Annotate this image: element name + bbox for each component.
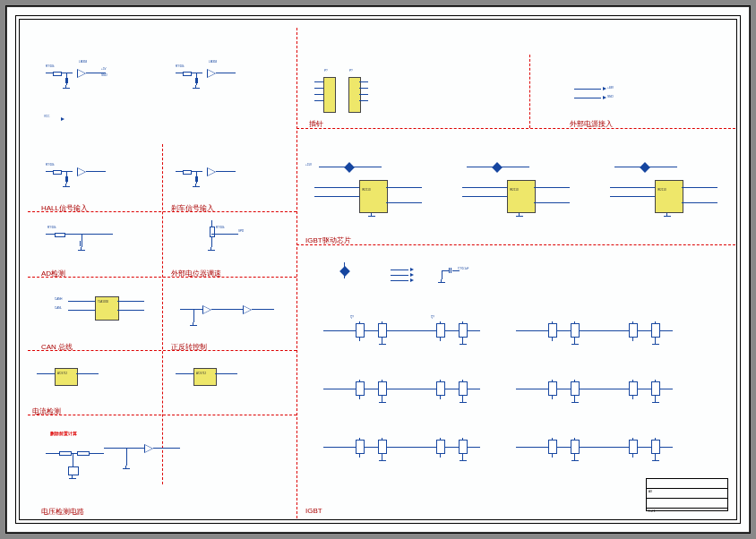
- label-can: CAN 总线: [41, 342, 73, 352]
- igbt-pair-1: Q? Q?: [323, 314, 480, 350]
- divider-h-top: [296, 128, 735, 129]
- label-curr: 电流检测: [32, 406, 61, 416]
- label-pot: 外部电位器调速: [171, 269, 221, 278]
- label-brake: 刹车信号输入: [171, 203, 214, 213]
- igbt-pair-4: [516, 372, 673, 408]
- divider-left-h4: [28, 415, 296, 415]
- netlabel-1: [59, 117, 64, 121]
- label-hall: HALL信号输入: [41, 203, 88, 213]
- label-fwdrev: 正反转控制: [171, 342, 207, 352]
- igbt-pair-2: [516, 314, 673, 350]
- label-igbtdrv: IGBT驱动芯片: [305, 235, 351, 245]
- tb-sheet: 1 of 1: [649, 509, 656, 513]
- label-ad: AD检测: [41, 269, 65, 278]
- divider-vertical-main: [296, 28, 297, 518]
- label-extpower: 外部电源接入: [570, 119, 613, 129]
- label-igbt: IGBT: [305, 507, 322, 515]
- label-conn: 插针: [309, 119, 323, 129]
- divider-v-right-top: [529, 55, 530, 128]
- schematic-sheet: HALL信号输入 刹车信号输入 AD检测 外部电位器调速 CAN 总线 正反转控…: [5, 5, 751, 534]
- tb-size: A3: [649, 490, 652, 493]
- igbt-pair-5: [323, 431, 480, 466]
- label-volt: 电压检测电路: [41, 507, 84, 517]
- divider-h-mid: [296, 244, 735, 245]
- divider-left-vertical: [162, 144, 163, 484]
- divider-left-h2: [28, 277, 296, 278]
- title-block: A3 1 of 1: [646, 478, 728, 511]
- igbt-pair-3: [323, 372, 480, 408]
- schematic-canvas: HALL信号输入 刹车信号输入 AD检测 外部电位器调速 CAN 总线 正反转控…: [28, 28, 728, 511]
- igbt-pair-6: [516, 431, 673, 466]
